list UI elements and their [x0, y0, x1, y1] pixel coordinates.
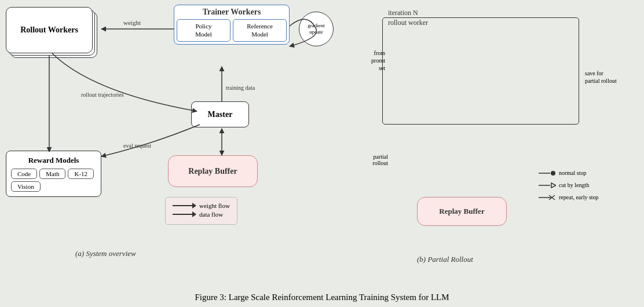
svg-text:weight: weight: [123, 19, 141, 26]
replay-buffer-left: Replay Buffer: [168, 155, 258, 187]
svg-marker-11: [551, 183, 556, 188]
legend-cut-by-length: cut by length: [539, 180, 599, 191]
legend-box: weight flow data flow: [165, 197, 237, 225]
svg-point-9: [551, 171, 555, 176]
main-container: Rollout Workers Trainer Workers Policy M…: [0, 0, 644, 307]
iteration-label: iteration N: [388, 9, 418, 17]
reward-models-box: Reward Models Code Math K-12 Vision: [6, 151, 101, 197]
reward-tag-code: Code: [11, 169, 37, 179]
reward-models-title: Reward Models: [11, 156, 96, 165]
reward-tag-math: Math: [39, 169, 65, 179]
legend-repeat-early-stop: repeat, early stop: [539, 192, 599, 203]
replay-buffer-right: Replay Buffer: [417, 197, 507, 226]
svg-text:eval request: eval request: [123, 142, 151, 149]
trainer-workers-box: Trainer Workers Policy Model Reference M…: [174, 5, 290, 45]
reward-tags: Code Math K-12 Vision: [11, 169, 96, 192]
svg-text:rollout trajectories: rollout trajectories: [81, 92, 124, 98]
reward-tag-k12: K-12: [68, 169, 94, 179]
save-for-partial-rollout-label: save forpartial rollout: [585, 70, 631, 85]
trainer-workers-title: Trainer Workers: [177, 8, 287, 17]
legend-weight-flow: weight flow: [173, 202, 230, 209]
figure-caption: Figure 3: Large Scale Reinforcement Lear…: [0, 293, 644, 302]
right-diagram: iteration N rollout worker frompromtset …: [359, 6, 637, 266]
partial-rollout-label: partial rollout: [359, 154, 388, 166]
legend-normal-stop: normal stop: [539, 168, 599, 178]
master-box: Master: [191, 101, 249, 127]
gradient-update-circle: gradientupdate: [299, 12, 334, 46]
reward-tag-vision: Vision: [11, 181, 41, 192]
weight-flow-arrow: [173, 205, 196, 206]
svg-text:training data: training data: [226, 85, 255, 91]
right-legend: normal stop cut by length repeat, early …: [539, 168, 599, 204]
policy-model-box: Policy Model: [177, 19, 230, 42]
rollout-worker-inner-label: rollout worker: [388, 19, 428, 27]
caption-left: (a) System overview: [75, 249, 136, 258]
rollout-worker-outer-box: [382, 17, 579, 125]
data-flow-arrow: [173, 214, 196, 215]
rollout-box-front: Rollout Workers: [6, 7, 93, 53]
trainer-inner: Policy Model Reference Model: [177, 19, 287, 42]
rollout-workers-label: Rollout Workers: [20, 25, 78, 35]
caption-right: (b) Partial Rollout: [417, 255, 473, 264]
reference-model-box: Reference Model: [233, 19, 287, 42]
legend-data-flow: data flow: [173, 211, 230, 218]
left-diagram: Rollout Workers Trainer Workers Policy M…: [0, 0, 324, 266]
from-promt-set-label: frompromtset: [359, 49, 385, 72]
